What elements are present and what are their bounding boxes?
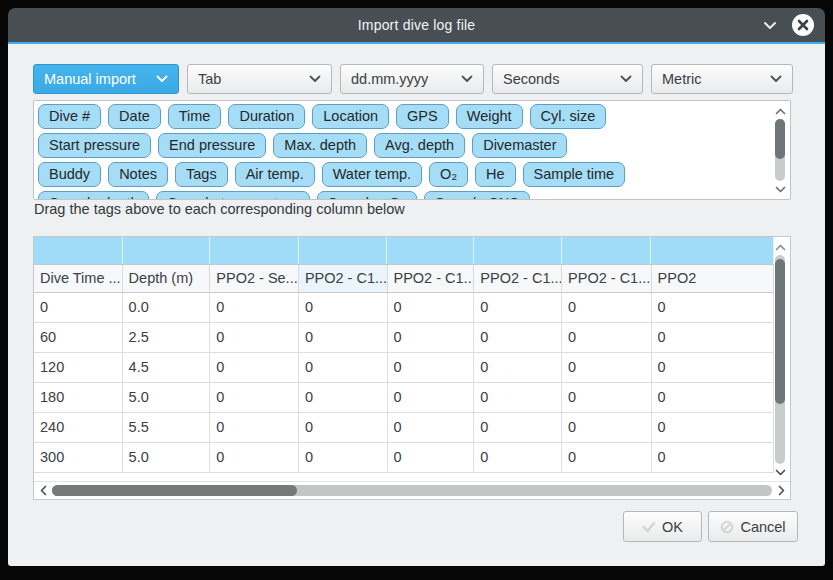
tag-gps[interactable]: GPS <box>396 104 449 129</box>
table-row: 602.5000000 <box>34 323 774 353</box>
tag-notes[interactable]: Notes <box>108 162 168 187</box>
tag-time[interactable]: Time <box>168 104 222 129</box>
scroll-up-icon[interactable] <box>772 241 788 253</box>
table-cell: 0 <box>474 413 562 442</box>
close-button[interactable] <box>792 14 814 36</box>
tag-weight[interactable]: Weight <box>456 104 523 129</box>
drop-target-cell[interactable] <box>123 237 211 264</box>
column-header-depth-m[interactable]: Depth (m) <box>123 265 211 292</box>
column-header-dive-time[interactable]: Dive Time ... <box>34 265 123 292</box>
ok-button[interactable]: OK <box>623 511 702 542</box>
tag-divemaster[interactable]: Divemaster <box>472 133 567 158</box>
table-cell: 0 <box>299 293 388 322</box>
scrollbar-thumb[interactable] <box>775 259 785 404</box>
tag-cyl-size[interactable]: Cyl. size <box>530 104 607 129</box>
column-header-ppo2-c1[interactable]: PPO2 - C1... <box>562 265 651 292</box>
column-header-ppo2-c1[interactable]: PPO2 - C1... <box>299 265 388 292</box>
preview-table: Dive Time ...Depth (m)PPO2 - Se...PPO2 -… <box>33 236 791 500</box>
table-cell: 2.5 <box>123 323 211 352</box>
scrollbar-track[interactable] <box>52 485 772 496</box>
table-cell: 0 <box>34 293 123 322</box>
scroll-down-icon[interactable] <box>772 183 788 195</box>
table-cell: 0 <box>474 293 562 322</box>
tag-end-pressure[interactable]: End pressure <box>158 133 266 158</box>
window-title: Import dive log file <box>358 17 476 33</box>
combo-units[interactable]: Metric <box>651 64 793 94</box>
tag-date[interactable]: Date <box>108 104 161 129</box>
tag-row: Dive #DateTimeDurationLocationGPSWeightC… <box>38 104 768 129</box>
drop-target-cell[interactable] <box>562 237 651 264</box>
column-header-ppo2-se[interactable]: PPO2 - Se... <box>210 265 299 292</box>
tag-air-temp[interactable]: Air temp. <box>235 162 315 187</box>
tag-start-pressure[interactable]: Start pressure <box>38 133 151 158</box>
table-cell: 0 <box>299 443 388 472</box>
tag-sample-time[interactable]: Sample time <box>523 162 626 187</box>
tag-panel: Dive #DateTimeDurationLocationGPSWeightC… <box>33 100 791 200</box>
table-cell: 0 <box>474 443 562 472</box>
column-header-ppo2-c1[interactable]: PPO2 - C1... <box>474 265 562 292</box>
scroll-up-icon[interactable] <box>772 105 788 117</box>
drop-target-cell[interactable] <box>210 237 299 264</box>
tag-buddy[interactable]: Buddy <box>38 162 101 187</box>
table-cell: 0 <box>474 383 562 412</box>
tag-max-depth[interactable]: Max. depth <box>273 133 367 158</box>
table-header-row: Dive Time ...Depth (m)PPO2 - Se...PPO2 -… <box>34 265 774 293</box>
shade-button[interactable] <box>761 16 779 34</box>
column-header-ppo2[interactable]: PPO2 <box>652 265 774 292</box>
tag-water-temp[interactable]: Water temp. <box>322 162 422 187</box>
table-cell: 0 <box>652 443 774 472</box>
combo-import-source[interactable]: Manual import <box>33 64 179 94</box>
table-content: Dive Time ...Depth (m)PPO2 - Se...PPO2 -… <box>34 237 774 482</box>
ok-check-icon <box>642 521 656 533</box>
cancel-button[interactable]: Cancel <box>708 511 798 542</box>
combo-field-separator-value: Tab <box>198 71 221 87</box>
table-body: 00.0000000602.50000001204.50000001805.00… <box>34 293 774 473</box>
drop-target-cell[interactable] <box>651 237 774 264</box>
tag-he[interactable]: He <box>475 162 516 187</box>
tag-duration[interactable]: Duration <box>228 104 305 129</box>
table-cell: 0 <box>652 383 774 412</box>
titlebar: Import dive log file <box>8 8 825 42</box>
table-cell: 0 <box>210 443 299 472</box>
drop-target-cell[interactable] <box>474 237 562 264</box>
scrollbar-thumb[interactable] <box>52 485 297 496</box>
scroll-left-icon[interactable] <box>36 482 50 499</box>
combo-duration-format-value: Seconds <box>503 71 559 87</box>
table-horizontal-scrollbar <box>34 481 790 499</box>
tag-o[interactable]: O₂ <box>429 162 468 187</box>
tag-sample-po[interactable]: Sample pO₂ <box>317 191 417 200</box>
table-cell: 60 <box>34 323 123 352</box>
tag-sample-cns[interactable]: Sample CNS <box>424 191 530 200</box>
tag-avg-depth[interactable]: Avg. depth <box>374 133 465 158</box>
scroll-down-icon[interactable] <box>772 466 788 478</box>
scrollbar-thumb[interactable] <box>775 119 785 159</box>
table-cell: 0 <box>210 323 299 352</box>
table-cell: 0 <box>388 323 475 352</box>
tag-location[interactable]: Location <box>312 104 389 129</box>
table-cell: 0 <box>652 413 774 442</box>
cancel-icon <box>720 520 734 534</box>
tag-sample-depth[interactable]: Sample depth <box>38 191 149 200</box>
table-row: 1204.5000000 <box>34 353 774 383</box>
column-header-ppo2-c1[interactable]: PPO2 - C1... <box>388 265 475 292</box>
table-cell: 0 <box>210 293 299 322</box>
drop-target-cell[interactable] <box>299 237 388 264</box>
drop-target-row <box>34 237 774 265</box>
table-cell: 0 <box>652 323 774 352</box>
tag-dive[interactable]: Dive # <box>38 104 101 129</box>
combo-field-separator[interactable]: Tab <box>187 64 332 94</box>
scroll-right-icon[interactable] <box>774 482 788 499</box>
drop-target-cell[interactable] <box>34 237 123 264</box>
titlebar-buttons <box>761 8 814 42</box>
tag-sample-temperature[interactable]: Sample temperature <box>156 191 309 200</box>
combo-duration-format[interactable]: Seconds <box>492 64 643 94</box>
chevron-down-icon <box>461 75 473 83</box>
drop-target-cell[interactable] <box>387 237 474 264</box>
table-cell: 0 <box>562 443 651 472</box>
table-cell: 0 <box>652 353 774 382</box>
chevron-down-icon <box>620 75 632 83</box>
tag-tags[interactable]: Tags <box>175 162 228 187</box>
combo-date-format[interactable]: dd.mm.yyyy <box>340 64 484 94</box>
combo-units-value: Metric <box>662 71 701 87</box>
table-cell: 0 <box>562 413 651 442</box>
